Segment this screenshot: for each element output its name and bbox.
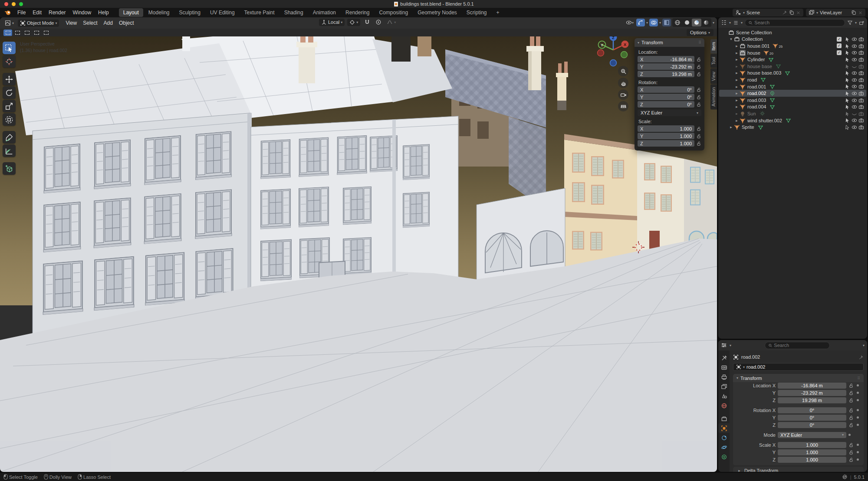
viewport-nav-button[interactable]: [618, 101, 628, 111]
location-field[interactable]: Y-23.292 m: [638, 63, 694, 70]
lock-icon[interactable]: [848, 398, 854, 403]
outliner-row[interactable]: ▸ road.003 ✓: [719, 97, 866, 104]
npanel-header[interactable]: ▾Transform ⠿: [635, 38, 704, 47]
viewport-scene[interactable]: [0, 36, 717, 472]
field-value[interactable]: 1.000 ▾: [778, 457, 846, 463]
new-scene-icon[interactable]: [789, 10, 794, 15]
expander-icon[interactable]: ▸: [734, 111, 740, 116]
npanel-tab[interactable]: Item: [710, 39, 717, 53]
lock-icon[interactable]: [848, 457, 854, 462]
selectability-icon[interactable]: [845, 36, 850, 42]
location-field[interactable]: Z19.298 m: [638, 71, 694, 77]
lock-icon[interactable]: [848, 422, 854, 428]
selectability-icon[interactable]: [845, 77, 850, 83]
tool-button[interactable]: [3, 113, 16, 126]
lock-icon[interactable]: [696, 72, 701, 77]
workspace-tab[interactable]: Shading: [280, 8, 308, 17]
select-mode-button[interactable]: [42, 29, 50, 36]
field-value[interactable]: XYZ Euler ▾: [778, 432, 846, 438]
selectability-icon[interactable]: [845, 70, 850, 76]
outliner-row[interactable]: ▸ road ✓: [719, 76, 866, 83]
new-viewlayer-icon[interactable]: [851, 10, 856, 15]
add-workspace-button[interactable]: +: [492, 8, 504, 17]
selectability-icon[interactable]: [845, 84, 850, 89]
animate-dot[interactable]: [857, 444, 859, 446]
exclude-checkbox[interactable]: ✓: [837, 43, 842, 48]
workspace-tab[interactable]: Compositing: [375, 8, 412, 17]
transform-panel-header[interactable]: ▾Transform ⠿: [733, 374, 864, 382]
properties-search-input[interactable]: [774, 343, 826, 348]
outliner-row[interactable]: Scene Collection ✓: [719, 29, 866, 36]
properties-tab[interactable]: [718, 391, 730, 401]
tool-button[interactable]: [3, 73, 16, 85]
viewlayer-selector[interactable]: ▾ ViewLayer: [806, 9, 865, 16]
field-value[interactable]: 19.298 m ▾: [778, 397, 846, 403]
visibility-icon[interactable]: [852, 50, 857, 56]
snap-target-dropdown[interactable]: ▾: [347, 19, 360, 26]
workspace-tab[interactable]: Layout: [119, 8, 143, 17]
outliner-editor-icon[interactable]: [721, 20, 727, 26]
show-gizmos-toggle[interactable]: [636, 19, 645, 26]
npanel-tab[interactable]: View: [710, 69, 717, 84]
expander-icon[interactable]: ▸: [734, 64, 740, 69]
filter-icon[interactable]: [847, 20, 853, 26]
workspace-tab[interactable]: UV Editing: [206, 8, 239, 17]
properties-tab[interactable]: [718, 414, 730, 423]
properties-options-dropdown[interactable]: ▾: [863, 344, 865, 347]
render-visibility-icon[interactable]: [858, 91, 864, 96]
outliner-search-input[interactable]: [754, 20, 842, 25]
menu-item[interactable]: Help: [95, 9, 112, 16]
lock-icon[interactable]: [848, 450, 854, 455]
tool-button[interactable]: [3, 86, 16, 99]
options-button[interactable]: Options▾: [687, 29, 713, 36]
lock-icon[interactable]: [696, 141, 701, 146]
select-mode-button[interactable]: [32, 29, 41, 36]
visibility-icon[interactable]: [852, 98, 857, 103]
lock-icon[interactable]: [848, 390, 854, 396]
expander-icon[interactable]: ▾: [728, 37, 734, 41]
workspace-tab[interactable]: Scripting: [462, 8, 491, 17]
visibility-icon[interactable]: [852, 118, 857, 123]
properties-tab[interactable]: [718, 442, 730, 452]
rotation-field[interactable]: X0°: [638, 86, 694, 93]
shading-material-button[interactable]: [692, 19, 701, 26]
shading-solid-button[interactable]: [682, 19, 692, 26]
navigation-gizmo[interactable]: Z X Y: [596, 33, 630, 67]
select-mode-button[interactable]: [23, 29, 31, 36]
render-visibility-icon[interactable]: [858, 118, 864, 123]
viewport-nav-button[interactable]: [618, 89, 628, 100]
new-collection-icon[interactable]: [859, 20, 865, 26]
object-name-field[interactable]: ▾ road.002: [733, 363, 864, 371]
outliner-row[interactable]: ▸ house base.003 ✓: [719, 70, 866, 77]
tool-button[interactable]: [3, 131, 16, 144]
proportional-falloff-dropdown[interactable]: ▾: [385, 18, 397, 26]
field-value[interactable]: 0° ▾: [778, 415, 846, 421]
expander-icon[interactable]: ▸: [734, 98, 740, 102]
field-value[interactable]: -23.292 m ▾: [778, 390, 846, 396]
render-visibility-icon[interactable]: [858, 36, 864, 42]
rotation-field[interactable]: Y0°: [638, 94, 694, 100]
delete-scene-icon[interactable]: [796, 10, 801, 15]
selectability-icon[interactable]: [845, 91, 850, 96]
properties-tab[interactable]: [718, 353, 730, 363]
window-controls[interactable]: [4, 2, 23, 6]
tool-button[interactable]: [3, 162, 16, 175]
visibility-dropdown[interactable]: ▾: [625, 19, 635, 26]
render-visibility-icon[interactable]: [858, 124, 864, 130]
outliner-row[interactable]: ▸ road.001 ✓: [719, 83, 866, 90]
render-visibility-icon[interactable]: [858, 70, 864, 76]
visibility-icon[interactable]: [852, 64, 857, 69]
outliner-row[interactable]: ▸ house 20 ✓: [719, 49, 866, 56]
animate-dot[interactable]: [857, 424, 859, 426]
lock-icon[interactable]: [696, 57, 701, 62]
rotation-mode-dropdown[interactable]: XYZ Euler▾: [638, 109, 701, 116]
show-overlays-toggle[interactable]: [649, 19, 658, 26]
viewport-menu-item[interactable]: Object: [116, 19, 137, 27]
selectability-icon[interactable]: [845, 98, 850, 103]
field-value[interactable]: 1.000 ▾: [778, 449, 846, 455]
workspace-tab[interactable]: Geometry Nodes: [413, 8, 461, 17]
viewport-menu-item[interactable]: Select: [80, 19, 100, 27]
visibility-icon[interactable]: [852, 77, 857, 83]
outliner-row[interactable]: ▸ wind shutter.002 ✓: [719, 117, 866, 124]
render-visibility-icon[interactable]: [858, 50, 864, 56]
